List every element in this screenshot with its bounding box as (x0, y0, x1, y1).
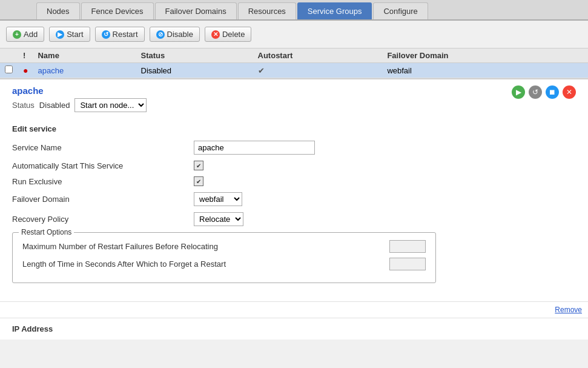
node-dropdown[interactable]: Start on node... node1 node2 (74, 98, 147, 112)
failover-domain-select[interactable]: webfail domain2 (194, 192, 242, 206)
auto-start-checkbox[interactable]: ✔ (194, 161, 203, 170)
restart-label: Restart (113, 30, 138, 39)
remove-link[interactable]: Remove (555, 306, 582, 314)
edit-service-title: Edit service (12, 124, 576, 133)
service-name-link[interactable]: apache (38, 66, 64, 75)
col-status-icon-header: ! (18, 49, 33, 63)
col-checkbox-header (0, 49, 18, 63)
restart-action-button[interactable]: ↺ (529, 85, 542, 99)
toolbar: + Add ▶ Start ↺ Restart ⊘ Disable ✕ Dele… (0, 21, 588, 49)
remove-row: Remove (0, 301, 588, 318)
delete-icon: ✕ (211, 30, 220, 39)
delete-label: Delete (222, 30, 245, 39)
auto-start-label: Automatically Start This Service (12, 161, 194, 170)
failover-domain-label: Failover Domain (12, 195, 194, 204)
max-failures-row: Maximum Number of Restart Failures Befor… (22, 240, 426, 253)
detail-panel: apache Status Disabled Start on node... … (0, 78, 588, 340)
status-row: Status Disabled Start on node... node1 n… (12, 98, 147, 112)
time-length-row: Length of Time in Seconds After Which to… (22, 258, 426, 270)
autostart-check: ✔ (258, 66, 265, 75)
add-button[interactable]: + Add (6, 27, 44, 42)
service-table: ! Name Status Autostart Failover Domain … (0, 49, 588, 78)
service-name-label: Service Name (12, 143, 194, 152)
error-icon: ● (23, 65, 28, 75)
row-failover-cell: webfail (382, 63, 588, 78)
tabs-bar: Nodes Fence Devices Failover Domains Res… (0, 0, 588, 21)
close-action-button[interactable]: ✕ (563, 85, 576, 99)
action-buttons: ▶ ↺ ⏹ ✕ (512, 85, 576, 99)
run-exclusive-row: Run Exclusive ✔ (12, 176, 576, 186)
failover-domain-row: Failover Domain webfail domain2 (12, 192, 576, 206)
start-button[interactable]: ▶ Start (49, 27, 90, 42)
disable-button[interactable]: ⊘ Disable (150, 27, 200, 42)
col-autostart-header: Autostart (253, 49, 383, 63)
restart-options-container: Restart Options Maximum Number of Restar… (12, 232, 436, 283)
detail-left: apache Status Disabled Start on node... … (12, 85, 147, 118)
auto-start-row: Automatically Start This Service ✔ (12, 161, 576, 170)
row-name-cell: apache (33, 63, 136, 78)
restart-options-box: Restart Options Maximum Number of Restar… (12, 232, 436, 283)
row-status-cell: Disabled (136, 63, 253, 78)
restart-icon: ↺ (102, 30, 110, 39)
col-failover-header: Failover Domain (382, 49, 588, 63)
ip-section: IP Address (0, 318, 588, 340)
disable-icon: ⊘ (156, 30, 165, 39)
restart-options-legend: Restart Options (19, 228, 74, 236)
status-value: Disabled (39, 101, 70, 110)
tab-service-groups[interactable]: Service Groups (297, 2, 372, 19)
delete-button[interactable]: ✕ Delete (205, 27, 252, 42)
service-title: apache (12, 85, 147, 96)
stop-action-button[interactable]: ⏹ (546, 85, 559, 99)
edit-service-section: Edit service Service Name Automatically … (0, 118, 588, 301)
run-exclusive-checkbox[interactable]: ✔ (194, 176, 203, 186)
service-name-input[interactable] (194, 141, 315, 155)
tab-fence-devices[interactable]: Fence Devices (81, 2, 154, 19)
main-container: Nodes Fence Devices Failover Domains Res… (0, 0, 588, 368)
time-length-label: Length of Time in Seconds After Which to… (22, 259, 389, 269)
row-checkbox[interactable] (5, 65, 13, 73)
table-row[interactable]: ● apache Disabled ✔ webfail (0, 63, 588, 78)
play-action-button[interactable]: ▶ (512, 85, 525, 99)
status-label: Status (12, 101, 35, 110)
service-name-row: Service Name (12, 141, 576, 155)
recovery-policy-select[interactable]: Relocate Restart Disable (194, 212, 243, 226)
recovery-policy-row: Recovery Policy Relocate Restart Disable (12, 212, 576, 226)
restart-button[interactable]: ↺ Restart (95, 27, 145, 42)
service-table-wrapper: ! Name Status Autostart Failover Domain … (0, 49, 588, 78)
tab-resources[interactable]: Resources (238, 2, 296, 19)
tab-configure[interactable]: Configure (373, 2, 428, 19)
col-status-header: Status (136, 49, 253, 63)
recovery-policy-label: Recovery Policy (12, 215, 194, 224)
start-label: Start (67, 30, 83, 39)
add-label: Add (24, 30, 38, 39)
ip-title: IP Address (12, 324, 576, 333)
detail-header: apache Status Disabled Start on node... … (12, 85, 576, 118)
tab-failover-domains[interactable]: Failover Domains (155, 2, 237, 19)
row-error-cell: ● (18, 63, 33, 78)
run-exclusive-label: Run Exclusive (12, 177, 194, 186)
max-failures-input[interactable] (389, 240, 426, 253)
start-icon: ▶ (56, 30, 64, 39)
max-failures-label: Maximum Number of Restart Failures Befor… (22, 242, 389, 251)
disable-label: Disable (167, 30, 193, 39)
row-autostart-cell: ✔ (253, 63, 383, 78)
row-checkbox-cell[interactable] (0, 63, 18, 78)
col-name-header: Name (33, 49, 136, 63)
tab-nodes[interactable]: Nodes (36, 2, 80, 19)
time-length-input[interactable] (389, 258, 426, 270)
add-icon: + (13, 30, 21, 39)
